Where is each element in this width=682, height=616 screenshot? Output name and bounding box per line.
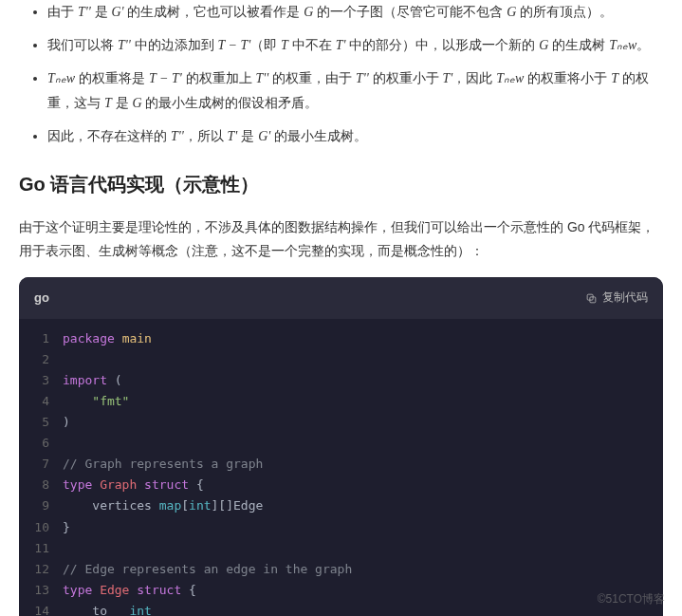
line-gutter: 123456789101112131415	[19, 328, 63, 616]
lead-paragraph: 由于这个证明主要是理论性的，不涉及具体的图数据结构操作，但我们可以给出一个示意性…	[19, 215, 663, 263]
watermark: ©51CTO博客	[598, 589, 665, 610]
code-language-label: go	[34, 287, 49, 308]
section-heading: Go 语言代码实现（示意性）	[19, 167, 663, 201]
bullet-item: 我们可以将 T'' 中的边添加到 T − T'（即 T 中不在 T' 中的部分）…	[47, 33, 663, 57]
code-header: go 复制代码	[19, 277, 663, 318]
bullet-item: Tₙₑw 的权重将是 T − T' 的权重加上 T'' 的权重，由于 T'' 的…	[47, 66, 663, 114]
code-block: go 复制代码 123456789101112131415 package ma…	[19, 277, 663, 616]
copy-label: 复制代码	[602, 288, 648, 308]
code-lines: package main import ( "fmt") // Graph re…	[63, 328, 663, 616]
bullet-item: 由于 T'' 是 G' 的生成树，它也可以被看作是 G 的一个子图（尽管它可能不…	[47, 0, 663, 24]
code-body: 123456789101112131415 package main impor…	[19, 319, 663, 616]
bullet-item: 因此，不存在这样的 T''，所以 T' 是 G' 的最小生成树。	[47, 124, 663, 148]
copy-code-button[interactable]: 复制代码	[585, 288, 648, 308]
copy-icon	[585, 292, 598, 305]
bullet-list: 由于 T'' 是 G' 的生成树，它也可以被看作是 G 的一个子图（尽管它可能不…	[19, 0, 663, 148]
